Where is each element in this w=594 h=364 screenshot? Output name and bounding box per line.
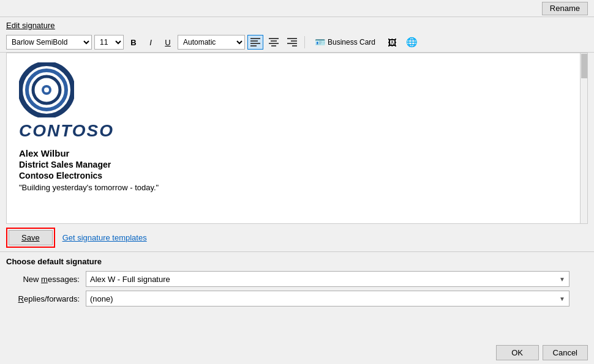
insert-image-button[interactable]: 🖼 — [383, 35, 400, 50]
business-card-label: Business Card — [328, 38, 375, 46]
insert-image-icon: 🖼 — [388, 37, 397, 48]
new-messages-chevron-down-icon: ▼ — [559, 276, 565, 283]
edit-underline-e: E — [6, 21, 12, 30]
bold-button[interactable]: B — [126, 35, 141, 50]
signature-company: Contoso Electronics — [19, 171, 575, 180]
replies-dropdown[interactable]: (none) ▼ — [86, 291, 570, 306]
save-underline-s: S — [21, 233, 27, 242]
replies-row: Replies/forwards: (none) ▼ — [6, 291, 588, 306]
contoso-brand-name: CONTOSO — [19, 121, 114, 141]
contoso-circle-icon — [19, 62, 74, 117]
align-center-button[interactable] — [266, 35, 282, 50]
replies-label: Replies/forwards: — [6, 294, 86, 303]
new-messages-dropdown[interactable]: Alex W - Full signature ▼ — [86, 271, 570, 287]
align-right-button[interactable] — [284, 35, 300, 50]
signature-editor[interactable]: CONTOSO Alex Wilbur District Sales Manag… — [6, 53, 588, 224]
hyperlink-icon: 🌐 — [406, 37, 418, 48]
scrollbar-track[interactable] — [580, 53, 587, 223]
business-card-button[interactable]: 🪪 Business Card — [309, 35, 381, 50]
svg-point-4 — [44, 87, 49, 92]
new-messages-underline-m: m — [41, 275, 48, 284]
cancel-button[interactable]: Cancel — [543, 345, 588, 360]
font-size-select[interactable]: 11 — [94, 35, 124, 50]
rename-button[interactable]: Rename — [542, 2, 588, 15]
editor-content: CONTOSO Alex Wilbur District Sales Manag… — [7, 53, 587, 223]
default-signature-title: Choose default signature — [6, 257, 588, 266]
save-button-highlight: Save — [6, 228, 55, 248]
replies-underline-r: R — [18, 294, 24, 303]
signature-quote: "Building yesterday's tomorrow - today." — [19, 183, 575, 192]
replies-value: (none) — [90, 294, 113, 303]
contoso-logo: CONTOSO — [19, 62, 575, 141]
get-signature-templates-link[interactable]: Get signature templates — [62, 233, 147, 242]
scrollbar-thumb[interactable] — [581, 54, 587, 78]
default-signature-section: Choose default signature New messages: A… — [0, 251, 594, 315]
save-area: Save Get signature templates — [0, 224, 594, 251]
new-messages-label: New messages: — [6, 275, 86, 284]
top-bar: Rename — [0, 0, 594, 17]
color-select[interactable]: Automatic — [178, 35, 245, 50]
italic-button[interactable]: I — [143, 35, 158, 50]
align-left-icon — [250, 38, 260, 46]
toolbar-divider — [304, 36, 305, 48]
align-center-icon — [269, 38, 279, 46]
underline-button[interactable]: U — [160, 35, 175, 50]
replies-chevron-down-icon: ▼ — [559, 295, 565, 302]
insert-hyperlink-button[interactable]: 🌐 — [403, 35, 420, 50]
signature-title: District Sales Manager — [19, 160, 575, 169]
ok-button[interactable]: OK — [496, 345, 539, 360]
signature-name: Alex Wilbur — [19, 148, 575, 158]
edit-signature-text: Edit signature — [6, 21, 55, 30]
new-messages-value: Alex W - Full signature — [90, 275, 170, 284]
align-left-button[interactable] — [247, 35, 263, 50]
edit-signature-section-label: Edit signature — [0, 17, 594, 32]
formatting-toolbar: Barlow SemiBold 11 B I U Automatic — [0, 32, 594, 53]
align-right-icon — [287, 38, 297, 46]
save-button[interactable]: Save — [9, 230, 53, 245]
font-select[interactable]: Barlow SemiBold — [6, 35, 92, 50]
new-messages-row: New messages: Alex W - Full signature ▼ — [6, 271, 588, 287]
bottom-button-bar: OK Cancel — [490, 341, 594, 364]
business-card-icon: 🪪 — [315, 37, 325, 47]
